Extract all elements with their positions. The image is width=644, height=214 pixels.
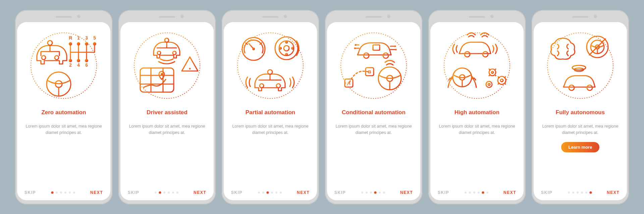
dot: [482, 191, 484, 194]
svg-line-79: [504, 77, 505, 78]
svg-point-18: [189, 68, 191, 69]
svg-line-71: [495, 75, 496, 76]
next-button[interactable]: NEXT: [90, 190, 103, 195]
svg-point-2: [42, 56, 46, 60]
dot: [266, 191, 269, 194]
onboarding-screen: A B Conditional automation Lorem ipsum d…: [327, 22, 420, 200]
screen-description: Lorem ipsum dolor sit amet, mea regione …: [335, 123, 412, 136]
dot: [370, 192, 372, 194]
svg-point-5: [77, 42, 80, 46]
gear-label: 1: [77, 35, 80, 41]
page-dots: [51, 192, 75, 194]
illustration-fully-autonomous: [543, 29, 617, 99]
dot: [51, 191, 53, 194]
illustration-driver-assisted: [130, 29, 204, 99]
gear-label: 3: [85, 35, 88, 41]
svg-point-34: [280, 47, 281, 49]
onboarding-phone-driver-assisted: Driver assisted Lorem ipsum dolor sit am…: [118, 10, 216, 204]
dot: [473, 192, 475, 194]
svg-point-94: [569, 85, 574, 90]
next-button[interactable]: NEXT: [400, 190, 413, 195]
screen-title: Fully autonomous: [556, 105, 605, 120]
learn-more-button[interactable]: Learn more: [561, 142, 600, 152]
next-button[interactable]: NEXT: [607, 190, 620, 195]
svg-line-70: [489, 75, 490, 76]
skip-button[interactable]: SKIP: [438, 190, 449, 195]
page-dots: [568, 192, 592, 194]
onboarding-phone-partial-automation: Partial automation Lorem ipsum dolor sit…: [222, 10, 319, 204]
onboarding-screen: High automation Lorem ipsum dolor sit am…: [430, 22, 524, 200]
page-dots: [465, 192, 488, 194]
next-button[interactable]: NEXT: [297, 190, 310, 195]
screen-title: Zero automation: [41, 105, 86, 120]
svg-point-1: [48, 41, 52, 45]
svg-point-31: [284, 46, 289, 51]
skip-button[interactable]: SKIP: [334, 190, 346, 195]
svg-point-4: [69, 42, 72, 46]
dot: [280, 192, 282, 194]
dot: [374, 191, 376, 194]
footer-nav: SKIP NEXT: [334, 185, 413, 195]
dot: [176, 192, 178, 194]
footer-nav: SKIP NEXT: [24, 185, 103, 195]
skip-button[interactable]: SKIP: [128, 190, 139, 195]
svg-point-9: [77, 59, 80, 62]
svg-line-78: [498, 77, 499, 78]
svg-point-38: [276, 84, 280, 88]
dot: [262, 192, 264, 194]
next-button[interactable]: NEXT: [503, 190, 516, 195]
onboarding-screen: R 1 3 5 2 4 6 Zero automation Lorem ipsu…: [17, 22, 110, 200]
dot: [73, 192, 75, 194]
dot: [271, 192, 273, 194]
svg-point-16: [173, 51, 176, 55]
svg-point-51: [394, 45, 396, 47]
svg-line-80: [498, 83, 499, 84]
screen-description: Lorem ipsum dolor sit amet, mea regione …: [232, 123, 309, 136]
illustration-conditional-automation: A B: [337, 29, 411, 99]
screen-description: Lorem ipsum dolor sit amet, mea regione …: [542, 123, 619, 136]
gear-label: 6: [85, 62, 88, 68]
dot: [486, 192, 488, 194]
screen-description: Lorem ipsum dolor sit amet, mea regione …: [128, 123, 206, 136]
svg-point-58: [465, 52, 470, 57]
dot: [258, 192, 260, 194]
dot: [64, 192, 66, 194]
dot: [577, 192, 579, 194]
dot: [275, 192, 277, 194]
dot: [361, 192, 363, 194]
page-dots: [361, 192, 385, 194]
dot: [465, 192, 467, 194]
svg-point-32: [286, 41, 287, 43]
svg-point-8: [69, 59, 72, 62]
illustration-zero-automation: R 1 3 5 2 4 6: [27, 29, 101, 99]
svg-point-59: [483, 52, 488, 57]
onboarding-screen: Driver assisted Lorem ipsum dolor sit am…: [120, 22, 214, 200]
svg-point-83: [488, 83, 490, 85]
footer-nav: SKIP NEXT: [231, 185, 310, 195]
waypoint-label: A: [347, 81, 351, 86]
screen-title: Driver assisted: [147, 105, 187, 120]
svg-point-63: [491, 71, 493, 73]
svg-point-29: [275, 37, 298, 60]
skip-button[interactable]: SKIP: [24, 190, 36, 195]
footer-nav: SKIP NEXT: [541, 185, 620, 195]
svg-point-40: [364, 53, 369, 58]
dot: [168, 192, 170, 194]
onboarding-phone-conditional-automation: A B Conditional automation Lorem ipsum d…: [325, 10, 422, 204]
svg-point-73: [500, 79, 503, 82]
dot: [383, 192, 385, 194]
dot: [585, 192, 587, 194]
svg-point-41: [383, 53, 388, 58]
skip-button[interactable]: SKIP: [231, 190, 243, 195]
svg-point-23: [252, 48, 255, 50]
skip-button[interactable]: SKIP: [541, 190, 552, 195]
dot: [478, 192, 480, 194]
dot: [469, 192, 471, 194]
screen-title: Partial automation: [246, 105, 295, 120]
gear-label: 5: [93, 35, 96, 41]
onboarding-phone-high-automation: High automation Lorem ipsum dolor sit am…: [428, 10, 526, 204]
next-button[interactable]: NEXT: [194, 190, 206, 195]
gear-label: 4: [77, 62, 80, 68]
screen-title: High automation: [454, 105, 499, 120]
svg-rect-19: [140, 68, 174, 92]
